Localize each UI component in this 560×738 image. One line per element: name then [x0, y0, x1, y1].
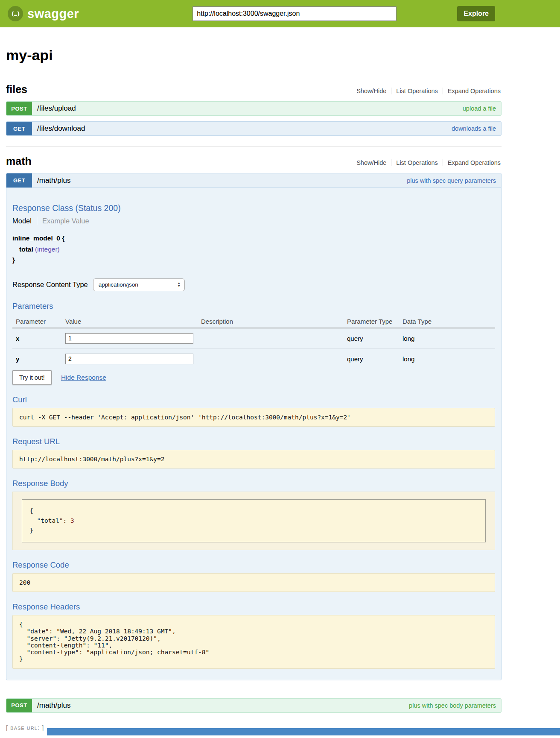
- curl-heading: Curl: [12, 395, 495, 404]
- tab-model[interactable]: Model: [12, 217, 32, 225]
- response-headers-heading: Response Headers: [12, 602, 495, 612]
- model-property-line: total (integer): [12, 244, 495, 255]
- col-parameter: Parameter: [12, 314, 65, 328]
- selected-content-type: application/json: [99, 281, 138, 288]
- method-badge-get: GET: [6, 173, 32, 187]
- list-operations-link[interactable]: List Operations: [391, 88, 443, 94]
- show-hide-link[interactable]: Show/Hide: [352, 88, 391, 94]
- parameters-heading: Parameters: [12, 302, 495, 311]
- method-badge-get: GET: [6, 122, 32, 135]
- op-path[interactable]: /math/plus: [32, 701, 70, 710]
- model-property-name: total: [19, 246, 33, 253]
- method-badge-post: POST: [6, 102, 32, 115]
- json-line: }: [19, 656, 23, 662]
- col-value: Value: [65, 314, 201, 328]
- tab-separator: [37, 217, 37, 225]
- op-path[interactable]: /files/download: [32, 124, 85, 133]
- expand-operations-link[interactable]: Expand Operations: [443, 88, 502, 94]
- request-url-box: http://localhost:3000/math/plus?x=1&y=2: [12, 450, 495, 469]
- hide-response-link[interactable]: Hide Response: [61, 374, 106, 381]
- json-number-value: 3: [70, 517, 74, 524]
- model-open-line: inline_model_0 {: [12, 233, 495, 244]
- op-detail-panel: Response Class (Status 200) Model Exampl…: [6, 188, 501, 680]
- op-row-files-upload[interactable]: POST /files/upload upload a file: [6, 101, 502, 116]
- response-headers-box: { "date": "Wed, 22 Aug 2018 18:49:13 GMT…: [12, 615, 495, 668]
- op-summary[interactable]: plus with spec body parameters: [409, 702, 501, 709]
- json-line: "content-type": "application/json; chars…: [19, 649, 209, 656]
- col-parameter-type: Parameter Type: [347, 314, 402, 328]
- expand-operations-link[interactable]: Expand Operations: [443, 159, 502, 166]
- section-divider: [6, 146, 502, 146]
- param-type: query: [347, 348, 402, 368]
- math-section-header: math Show/Hide List Operations Expand Op…: [6, 155, 502, 167]
- response-content-type-select[interactable]: application/json ▲ ▼: [93, 278, 185, 291]
- parameters-table: Parameter Value Description Parameter Ty…: [12, 314, 495, 368]
- files-section-controls: Show/Hide List Operations Expand Operati…: [352, 88, 502, 94]
- spec-url-input[interactable]: [192, 6, 397, 21]
- show-hide-link[interactable]: Show/Hide: [352, 159, 391, 166]
- op-row-files-download[interactable]: GET /files/download downloads a file: [6, 121, 502, 136]
- response-headers-json: { "date": "Wed, 22 Aug 2018 18:49:13 GMT…: [19, 621, 488, 662]
- param-row-x: x query long: [12, 328, 495, 349]
- response-class-heading: Response Class (Status 200): [12, 203, 495, 213]
- param-x-input[interactable]: [65, 333, 193, 344]
- param-row-y: y query long: [12, 348, 495, 368]
- select-arrows-icon: ▲ ▼: [178, 282, 181, 287]
- param-data-type: long: [402, 328, 495, 349]
- model-property-type: (integer): [35, 246, 60, 253]
- response-content-type-row: Response Content Type application/json ▲…: [12, 278, 495, 291]
- param-name: x: [12, 328, 65, 349]
- response-code-box: 200: [12, 573, 495, 592]
- op-summary[interactable]: plus with spec query parameters: [407, 177, 501, 184]
- op-summary[interactable]: downloads a file: [452, 125, 501, 132]
- request-url-heading: Request URL: [12, 437, 495, 446]
- param-type: query: [347, 328, 402, 349]
- response-body-json: { "total": 3 }: [29, 506, 478, 536]
- json-line: "content-length": "11",: [19, 642, 112, 649]
- explore-button[interactable]: Explore: [457, 6, 495, 21]
- model-close-line: }: [12, 255, 495, 266]
- op-path[interactable]: /math/plus: [32, 176, 70, 185]
- files-section-title: files: [6, 83, 27, 96]
- param-description: [201, 328, 347, 349]
- page-title: my-api: [6, 47, 502, 64]
- math-section-controls: Show/Hide List Operations Expand Operati…: [352, 159, 502, 166]
- parameters-table-header-row: Parameter Value Description Parameter Ty…: [12, 314, 495, 328]
- op-row-math-plus-post[interactable]: POST /math/plus plus with spec body para…: [6, 698, 502, 713]
- json-line: {: [19, 621, 23, 628]
- files-section-header: files Show/Hide List Operations Expand O…: [6, 83, 502, 96]
- param-name: y: [12, 348, 65, 368]
- response-body-box: { "total": 3 }: [22, 499, 486, 543]
- main-content: my-api files Show/Hide List Operations E…: [6, 47, 502, 731]
- swagger-logo[interactable]: {…} swagger: [8, 6, 79, 21]
- try-row: Try it out! Hide Response: [12, 370, 495, 385]
- tab-example-value[interactable]: Example Value: [42, 217, 89, 225]
- request-url: http://localhost:3000/math/plus?x=1&y=2: [19, 456, 164, 463]
- response-code-value: 200: [19, 579, 30, 586]
- op-path[interactable]: /files/upload: [32, 104, 76, 113]
- json-line: }: [29, 527, 33, 534]
- json-key: "total":: [29, 517, 70, 524]
- swagger-logo-icon: {…}: [8, 6, 23, 21]
- model-tabs: Model Example Value: [12, 217, 495, 225]
- math-section-title: math: [6, 155, 32, 167]
- bottom-bar: [47, 728, 560, 735]
- col-description: Description: [201, 314, 347, 328]
- param-y-input[interactable]: [65, 354, 193, 364]
- model-signature: inline_model_0 { total (integer) }: [12, 233, 495, 266]
- op-row-math-plus-get[interactable]: GET /math/plus plus with spec query para…: [6, 173, 501, 188]
- list-operations-link[interactable]: List Operations: [391, 159, 443, 166]
- curl-command: curl -X GET --header 'Accept: applicatio…: [19, 414, 351, 421]
- json-line: "server": "Jetty(9.2.21.v20170120)",: [19, 635, 161, 642]
- param-description: [201, 348, 347, 368]
- col-data-type: Data Type: [402, 314, 495, 328]
- op-summary[interactable]: upload a file: [463, 105, 501, 112]
- try-it-out-button[interactable]: Try it out!: [12, 370, 52, 385]
- arrow-down-icon: ▼: [178, 285, 181, 288]
- response-body-heading: Response Body: [12, 479, 495, 488]
- method-badge-post: POST: [6, 699, 32, 712]
- param-data-type: long: [402, 348, 495, 368]
- op-block-math-plus-get: GET /math/plus plus with spec query para…: [6, 173, 502, 680]
- brand-name: swagger: [27, 7, 79, 21]
- header-bar: {…} swagger Explore: [0, 0, 560, 27]
